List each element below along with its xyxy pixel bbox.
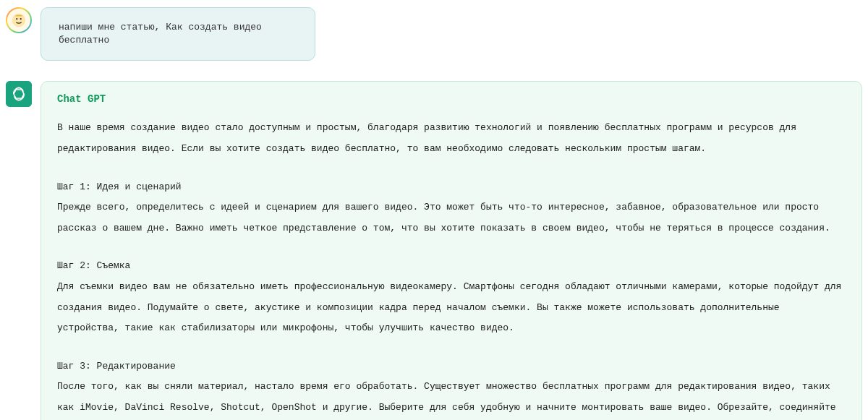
bot-avatar xyxy=(6,81,32,107)
step3-body: После того, как вы сняли материал, наста… xyxy=(57,377,846,420)
user-face-icon xyxy=(11,12,27,28)
bot-intro: В наше время создание видео стало доступ… xyxy=(57,118,846,159)
user-avatar xyxy=(6,7,32,33)
step2-body: Для съемки видео вам не обязательно имет… xyxy=(57,277,846,339)
svg-point-2 xyxy=(20,18,22,20)
svg-point-1 xyxy=(16,18,17,20)
openai-logo-icon xyxy=(6,81,32,107)
user-message-text: напиши мне статью, Как создать видео бес… xyxy=(59,21,297,47)
step1-title: Шаг 1: Идея и сценарий xyxy=(57,177,846,198)
user-message-row: напиши мне статью, Как создать видео бес… xyxy=(6,7,862,61)
bot-message-content: В наше время создание видео стало доступ… xyxy=(57,118,846,420)
bot-name: Chat GPT xyxy=(57,93,846,105)
step2-title: Шаг 2: Съемка xyxy=(57,256,846,277)
svg-rect-3 xyxy=(6,81,32,107)
bot-message-row: Chat GPT В наше время создание видео ста… xyxy=(6,81,862,420)
bot-message-bubble: Chat GPT В наше время создание видео ста… xyxy=(41,81,862,420)
step3-title: Шаг 3: Редактирование xyxy=(57,356,846,377)
step1-body: Прежде всего, определитесь с идеей и сце… xyxy=(57,197,846,239)
user-message-bubble: напиши мне статью, Как создать видео бес… xyxy=(41,7,315,61)
